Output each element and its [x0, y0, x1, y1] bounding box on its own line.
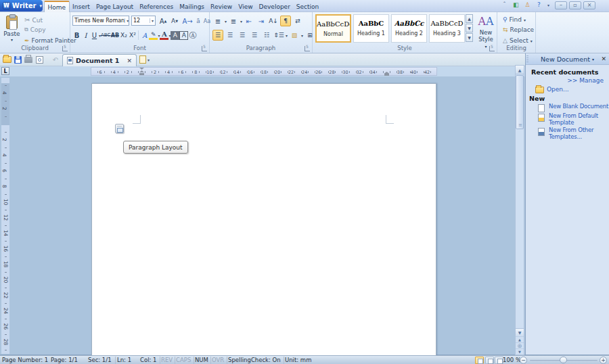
- status-indicator-caps[interactable]: CAPS: [176, 357, 191, 363]
- document-page[interactable]: Paragraph Layout: [91, 83, 436, 355]
- task-pane-close-icon[interactable]: ✕: [601, 55, 606, 62]
- print-preview-button[interactable]: [35, 55, 44, 64]
- open-button[interactable]: [2, 55, 12, 64]
- bullets-button[interactable]: ≣: [212, 16, 223, 26]
- collapse-ribbon-icon[interactable]: ˆ: [500, 1, 509, 8]
- zoom-out-button[interactable]: −: [520, 357, 527, 364]
- clipboard-dialog-launcher[interactable]: [62, 46, 68, 51]
- new-document-tab-button[interactable]: ▾: [139, 55, 150, 64]
- show-marks-button[interactable]: ¶: [280, 16, 291, 26]
- style-gallery-more-button[interactable]: ▼: [466, 33, 473, 42]
- tab-references[interactable]: References: [137, 1, 177, 12]
- skin-icon[interactable]: ◧: [512, 1, 520, 8]
- style-normal[interactable]: AaBbCcDdNormal: [315, 14, 351, 43]
- vertical-scrollbar[interactable]: ▲ ▼ ▲ ◎ ▼: [515, 65, 524, 355]
- undo-button[interactable]: ↶: [51, 55, 60, 64]
- maximize-button[interactable]: ▫: [569, 1, 581, 9]
- format-painter-button[interactable]: ✒Format Painter: [24, 37, 76, 44]
- tab-insert[interactable]: Insert: [70, 1, 93, 12]
- enclose-characters-button[interactable]: Ⓐ: [188, 30, 197, 40]
- zoom-in-button[interactable]: +: [600, 357, 607, 364]
- zoom-value[interactable]: 100 %: [503, 357, 521, 363]
- tab-developer[interactable]: Developer: [256, 1, 293, 12]
- tab-stop-selector[interactable]: L: [1, 67, 9, 75]
- justify-button[interactable]: ☰: [249, 30, 260, 41]
- highlight-color-button[interactable]: ✎: [149, 31, 158, 40]
- align-left-button[interactable]: ☰: [212, 30, 223, 41]
- paragraph-dialog-launcher[interactable]: [304, 46, 310, 51]
- page-view-button[interactable]: [475, 357, 484, 364]
- style-gallery-down-button[interactable]: ▼: [466, 24, 473, 32]
- replace-button[interactable]: ⇆Replace: [503, 26, 534, 33]
- web-view-button[interactable]: [485, 357, 494, 364]
- zoom-slider-handle[interactable]: [560, 357, 567, 363]
- account-icon[interactable]: ♙: [523, 1, 532, 8]
- save-button[interactable]: [13, 55, 22, 64]
- line-spacing-button[interactable]: ⇕☰: [273, 30, 284, 41]
- next-page-button[interactable]: ▼: [516, 348, 524, 355]
- style-heading-1[interactable]: AaBbCHeading 1: [353, 14, 389, 43]
- copy-button[interactable]: ⧉Copy: [24, 26, 46, 33]
- style-gallery-up-button[interactable]: ▲: [466, 14, 473, 23]
- font-dialog-launcher[interactable]: [202, 46, 207, 51]
- increase-indent-button[interactable]: ⇥: [256, 16, 267, 26]
- scroll-up-button[interactable]: ▲: [516, 66, 524, 74]
- character-border-button[interactable]: A: [179, 31, 188, 40]
- status-indicator-num[interactable]: NUM: [195, 357, 208, 363]
- writer-menu-button[interactable]: W Writer ▾: [0, 0, 43, 12]
- help-dropdown-icon[interactable]: ▾: [546, 3, 551, 7]
- subscript-button[interactable]: X₂: [119, 30, 128, 40]
- paragraph-layout-button[interactable]: [115, 124, 124, 133]
- underline-button[interactable]: U: [90, 30, 99, 40]
- font-color-button[interactable]: A: [160, 30, 168, 40]
- document-tab[interactable]: Document 1 ✕: [62, 54, 137, 66]
- style-heading-2[interactable]: AaBbCcHeading 2: [391, 14, 427, 43]
- sort-button[interactable]: A↓: [268, 16, 279, 26]
- help-icon[interactable]: ?: [535, 1, 543, 8]
- select-button[interactable]: △Select▾: [503, 37, 533, 44]
- previous-page-button[interactable]: ▲: [516, 336, 524, 342]
- numbering-button[interactable]: ≣: [228, 16, 239, 26]
- style-dialog-launcher[interactable]: [489, 46, 495, 51]
- scrollbar-thumb[interactable]: [516, 75, 524, 129]
- tab-review[interactable]: Review: [208, 1, 235, 12]
- close-document-icon[interactable]: ✕: [127, 58, 132, 64]
- manage-link[interactable]: >> Manage: [567, 77, 604, 84]
- first-line-indent-marker[interactable]: [139, 68, 144, 70]
- tab-mailings[interactable]: Mailings: [177, 1, 208, 12]
- bold-button[interactable]: B: [72, 30, 81, 40]
- character-scale-icon[interactable]: A→: [182, 16, 193, 26]
- minimize-button[interactable]: –: [555, 1, 567, 9]
- align-right-button[interactable]: ☰: [237, 30, 248, 41]
- distributed-button[interactable]: ☷: [261, 30, 272, 41]
- print-button[interactable]: [24, 55, 33, 64]
- tab-page-layout[interactable]: Page Layout: [93, 1, 136, 12]
- grow-font-button[interactable]: A▲: [158, 16, 168, 26]
- cut-button[interactable]: ✂Cut: [24, 16, 43, 24]
- style-heading-3[interactable]: AaBbCcDHeading 3: [429, 14, 465, 43]
- text-effects-icon[interactable]: A: [140, 30, 149, 40]
- text-direction-button[interactable]: ⇄: [292, 16, 303, 26]
- italic-button[interactable]: I: [81, 30, 90, 40]
- left-indent-marker[interactable]: [139, 73, 144, 75]
- close-button[interactable]: ×: [583, 1, 595, 9]
- spelling-status[interactable]: SpellingCheck: On: [228, 357, 281, 363]
- tab-home[interactable]: Home: [44, 1, 70, 12]
- tab-view[interactable]: View: [235, 1, 256, 12]
- font-size-combobox[interactable]: 12▾: [131, 16, 156, 26]
- superscript-button[interactable]: X²: [128, 30, 137, 40]
- task-pane-header[interactable]: New Document ▾ ✕: [526, 53, 609, 65]
- strikethrough-button[interactable]: ABC: [101, 30, 110, 40]
- right-indent-marker[interactable]: [384, 72, 389, 76]
- decrease-indent-button[interactable]: ⇤: [244, 16, 254, 26]
- character-shading-button[interactable]: A: [171, 31, 179, 40]
- tab-section[interactable]: Section: [293, 1, 321, 12]
- browse-object-button[interactable]: ◎: [516, 342, 524, 348]
- shading-button[interactable]: ▧: [289, 30, 300, 41]
- hanging-indent-marker[interactable]: [139, 70, 144, 72]
- status-indicator-ovr[interactable]: OVR: [212, 357, 224, 363]
- font-family-combobox[interactable]: Times New Roman▾: [72, 16, 129, 26]
- horizontal-ruler[interactable]: 642246810121416182022242628303234384042: [91, 67, 437, 76]
- find-button[interactable]: ⚲Find▾: [503, 16, 526, 23]
- align-center-button[interactable]: ☰: [225, 30, 235, 41]
